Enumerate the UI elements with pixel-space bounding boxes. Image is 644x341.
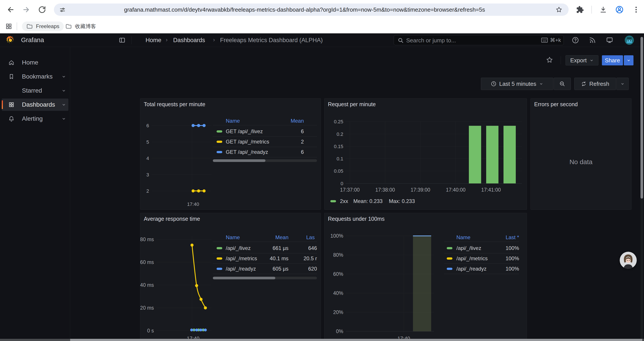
- breadcrumb-separator: ›: [213, 37, 215, 43]
- svg-text:40%: 40%: [333, 290, 343, 296]
- header-divider: [132, 37, 132, 44]
- legend-series-swatch[interactable]: [447, 247, 452, 249]
- legend-series-value: 100%: [506, 255, 519, 261]
- search-input[interactable]: Search or jump to... ⌘+k: [394, 35, 564, 45]
- chevron-down-icon[interactable]: [62, 116, 66, 121]
- legend-series-name[interactable]: GET /api/_/readyz: [226, 149, 268, 155]
- sidebar-item-alerting[interactable]: Alerting: [2, 113, 68, 125]
- browser-chrome: grafana.mathmast.com/d/deytv4rwavabkb/fr…: [0, 0, 644, 33]
- legend-series-swatch[interactable]: [216, 268, 222, 270]
- help-icon[interactable]: [572, 37, 579, 44]
- url-text[interactable]: grafana.mathmast.com/d/deytv4rwavabkb/fr…: [124, 6, 485, 13]
- bookmark-folder-blogs[interactable]: 收藏博客: [61, 22, 100, 31]
- chevron-down-icon[interactable]: [62, 102, 66, 107]
- legend-series-value: 6: [301, 128, 304, 135]
- chevron-down-icon: [626, 58, 631, 63]
- svg-text:60 ms: 60 ms: [140, 259, 154, 265]
- svg-text:3: 3: [146, 172, 149, 178]
- sidebar-item-bookmarks[interactable]: Bookmarks: [2, 71, 68, 83]
- legend-series-value: 6: [301, 149, 304, 155]
- legend-header[interactable]: Mean: [291, 118, 304, 124]
- time-range-picker[interactable]: Last 5 minutes: [481, 78, 553, 90]
- clock-icon: [491, 81, 496, 87]
- news-rss-icon[interactable]: [589, 37, 596, 44]
- chevron-down-icon[interactable]: [62, 74, 66, 79]
- controls-divider: [561, 56, 561, 64]
- forward-icon[interactable]: [22, 5, 31, 14]
- kiosk-monitor-icon[interactable]: [606, 37, 613, 44]
- legend-header[interactable]: Las: [306, 234, 315, 240]
- legend-series-swatch[interactable]: [216, 257, 222, 260]
- reload-icon[interactable]: [38, 5, 46, 14]
- sidebar-item-dashboards[interactable]: Dashboards: [2, 99, 68, 111]
- legend-series-name[interactable]: /api/_/readyz: [456, 266, 486, 272]
- svg-text:17:38:00: 17:38:00: [375, 187, 395, 193]
- svg-text:4: 4: [146, 156, 149, 161]
- user-avatar[interactable]: [625, 36, 634, 45]
- legend-series-swatch[interactable]: [216, 130, 222, 133]
- legend-series-swatch[interactable]: [447, 268, 452, 270]
- bookmark-star-icon[interactable]: [556, 6, 562, 13]
- favorite-star-icon[interactable]: [546, 56, 553, 64]
- legend-header[interactable]: Mean: [275, 234, 288, 240]
- dock-sidebar-icon[interactable]: [118, 37, 126, 44]
- address-bar[interactable]: grafana.mathmast.com/d/deytv4rwavabkb/fr…: [54, 4, 568, 16]
- site-info-icon[interactable]: [59, 7, 66, 13]
- legend-header[interactable]: Name: [226, 234, 240, 240]
- legend-series-name[interactable]: /api/_/livez: [456, 245, 481, 251]
- horizontal-scrollbar[interactable]: [70, 339, 642, 341]
- panel-title[interactable]: Errors per second: [534, 101, 578, 108]
- export-button[interactable]: Export: [566, 55, 598, 65]
- sidebar-bell-icon: [8, 116, 14, 122]
- share-button[interactable]: Share: [602, 55, 623, 65]
- legend-series-swatch[interactable]: [216, 247, 222, 249]
- bookmark-folder-freeleaps[interactable]: Freeleaps: [22, 22, 64, 31]
- share-menu-button[interactable]: [624, 55, 634, 65]
- legend-series-swatch[interactable]: [216, 151, 222, 153]
- search-placeholder: Search or jump to...: [406, 37, 456, 44]
- apps-grid-icon[interactable]: [5, 23, 12, 30]
- legend-series-name[interactable]: GET /api/_/metrics: [226, 139, 269, 145]
- refresh-interval-button[interactable]: [616, 78, 629, 90]
- legend-scrollbar[interactable]: [213, 277, 275, 279]
- sidebar-item-home[interactable]: Home: [2, 56, 68, 69]
- zoom-out-icon: [559, 81, 565, 87]
- svg-text:17:39:00: 17:39:00: [410, 187, 430, 193]
- refresh-button[interactable]: Refresh: [574, 78, 616, 90]
- legend-series-swatch[interactable]: [330, 200, 336, 202]
- legend-separator: [213, 263, 317, 264]
- legend-series-name[interactable]: /api/_/readyz: [226, 266, 256, 272]
- zoom-out-button[interactable]: [554, 78, 571, 90]
- legend-series-value: 605 µs: [272, 266, 288, 272]
- back-icon[interactable]: [6, 5, 15, 14]
- legend-series-value: 100%: [506, 266, 519, 272]
- legend-series-swatch[interactable]: [447, 257, 452, 260]
- sidebar-item-starred[interactable]: Starred: [2, 85, 68, 97]
- bookmark-label: 收藏博客: [75, 23, 96, 30]
- downloads-icon[interactable]: [599, 6, 607, 14]
- legend-scrollbar[interactable]: [213, 159, 266, 162]
- svg-text:0%: 0%: [336, 328, 343, 334]
- legend-series-name[interactable]: 2xx: [340, 198, 348, 204]
- brand-title[interactable]: Grafana: [21, 37, 44, 44]
- legend-series-swatch[interactable]: [216, 141, 222, 143]
- svg-text:0.15: 0.15: [334, 144, 343, 149]
- breadcrumb-dashboards[interactable]: Dashboards: [173, 37, 205, 44]
- chevron-down-icon[interactable]: [62, 88, 66, 93]
- legend-series-name[interactable]: /api/_/metrics: [456, 255, 488, 261]
- legend-series-name[interactable]: GET /api/_/livez: [226, 128, 263, 135]
- legend-header[interactable]: Last *: [506, 234, 519, 240]
- breadcrumb-home[interactable]: Home: [146, 37, 161, 44]
- chart-requests-under-100ms: 100%80%60%40%20%0%17:40: [324, 213, 527, 341]
- legend-header[interactable]: Name: [456, 234, 470, 240]
- grafana-logo[interactable]: [6, 36, 15, 45]
- legend-separator: [213, 242, 317, 242]
- menu-icon[interactable]: [632, 6, 640, 14]
- legend-series-name[interactable]: /api/_/livez: [226, 245, 250, 251]
- extensions-icon[interactable]: [576, 6, 584, 14]
- vertical-scrollbar[interactable]: [640, 37, 643, 199]
- legend-header[interactable]: Name: [226, 118, 240, 124]
- floating-assistant-avatar[interactable]: [620, 252, 637, 269]
- legend-series-name[interactable]: /api/_/metrics: [226, 255, 257, 261]
- profile-icon[interactable]: [615, 5, 624, 14]
